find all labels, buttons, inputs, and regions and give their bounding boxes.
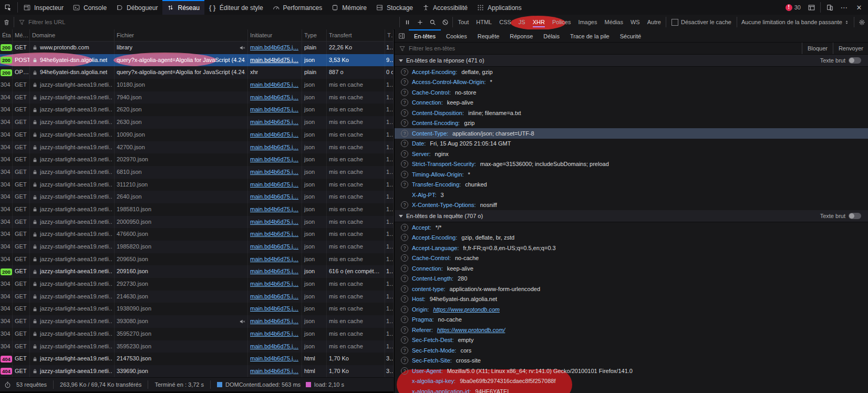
initiator-text[interactable]: main.bd4b6d75.j…: [250, 216, 298, 229]
tab-memoire[interactable]: Mémoire: [327, 0, 371, 15]
header-row-origin[interactable]: ?Origin:https://www.protondb.com: [395, 304, 868, 315]
details-tab-d-lais[interactable]: Délais: [538, 29, 565, 42]
header-row-cache-control[interactable]: ?Cache-Control:no-cache: [395, 253, 868, 264]
help-icon[interactable]: ?: [401, 224, 408, 231]
help-icon[interactable]: ?: [401, 68, 408, 76]
table-row[interactable]: 304GETjazzy-starlight-aeea19.netli…35952…: [0, 340, 394, 353]
table-row[interactable]: 304GETjazzy-starlight-aeea19.netli…10180…: [0, 79, 394, 91]
initiator-text[interactable]: main.bd4b6d75.j…: [250, 91, 298, 104]
initiator-text[interactable]: main.bd4b6d75.j…: [250, 241, 298, 253]
help-icon[interactable]: ?: [401, 316, 408, 323]
initiator-text[interactable]: main.bd4b6d75.j…: [250, 203, 298, 216]
help-icon[interactable]: ?: [401, 234, 408, 241]
table-row[interactable]: 304GETjazzy-starlight-aeea19.netli…21463…: [0, 291, 394, 303]
table-row[interactable]: 304GETjazzy-starlight-aeea19.netli…39308…: [0, 315, 394, 328]
filter-médias[interactable]: Médias: [601, 17, 626, 27]
initiator-text[interactable]: main.bd4b6d75.j…: [250, 79, 298, 91]
table-row[interactable]: 304GETjazzy-starlight-aeea19.netli…19380…: [0, 303, 394, 315]
filter-images[interactable]: Images: [575, 17, 600, 27]
header-row-content-disposition[interactable]: ?Content-Disposition:inline; filename=a.…: [395, 108, 868, 118]
column-header-3[interactable]: Fichier: [115, 29, 248, 41]
table-row[interactable]: 304GETjazzy-starlight-aeea19.netli…2620.…: [0, 104, 394, 116]
help-icon[interactable]: ?: [401, 78, 408, 86]
initiator-text[interactable]: main.bd4b6d75.j…: [250, 291, 298, 303]
details-tab-r-ponse[interactable]: Réponse: [504, 29, 538, 42]
response-headers-section-header[interactable]: En-têtes de la réponse (471 o) Texte bru…: [395, 55, 868, 67]
table-row[interactable]: 304GETjazzy-starlight-aeea19.netli…7940.…: [0, 91, 394, 104]
details-tab-en-t-tes[interactable]: En-têtes: [409, 29, 441, 42]
help-icon[interactable]: ?: [401, 306, 408, 313]
initiator-text[interactable]: main.bd4b6d75.j…: [250, 179, 298, 191]
header-row-connection[interactable]: ?Connection:keep-alive: [395, 263, 868, 274]
filter-css[interactable]: CSS: [496, 17, 514, 27]
column-header-7[interactable]: T…: [385, 29, 394, 41]
help-icon[interactable]: ?: [401, 295, 408, 303]
header-row-access-control-allow-origin[interactable]: ?Access-Control-Allow-Origin:*: [395, 77, 868, 88]
table-row[interactable]: 304GETjazzy-starlight-aeea19.netli…10090…: [0, 129, 394, 141]
initiator-text[interactable]: main.bd4b6d75.j…: [250, 315, 298, 328]
filter-xhr[interactable]: XHR: [530, 17, 548, 27]
header-row-sec-fetch-site[interactable]: ?Sec-Fetch-Site:cross-site: [395, 356, 868, 366]
header-row-sec-fetch-dest[interactable]: ?Sec-Fetch-Dest:empty: [395, 335, 868, 346]
help-icon[interactable]: ?: [401, 336, 408, 344]
initiator-text[interactable]: main.bd4b6d75.j…: [250, 328, 298, 340]
block-requests-button[interactable]: [439, 16, 451, 28]
request-headers-section-header[interactable]: En-têtes de la requête (707 o) Texte bru…: [395, 210, 868, 222]
details-tab-requ-te[interactable]: Requête: [472, 29, 505, 42]
header-row-accept-language[interactable]: ?Accept-Language:fr,fr-FR;q=0.8,en-US;q=…: [395, 243, 868, 253]
header-row-content-encoding[interactable]: ?Content-Encoding:gzip: [395, 118, 868, 129]
help-icon[interactable]: ?: [401, 171, 408, 178]
header-row-x-algolia-api-key[interactable]: ?x-algolia-api-key:9ba0e69fb2974316cdaec…: [395, 376, 868, 387]
header-row-content-length[interactable]: ?Content-Length:280: [395, 274, 868, 284]
help-icon[interactable]: ?: [401, 244, 408, 252]
header-row-accept-encoding[interactable]: ?Accept-Encoding:gzip, deflate, br, zstd: [395, 233, 868, 243]
table-row[interactable]: 200GETjazzy-starlight-aeea19.netli…20916…: [0, 265, 394, 278]
help-icon[interactable]: ?: [401, 265, 408, 272]
table-row[interactable]: 304GETjazzy-starlight-aeea19.netli…31121…: [0, 179, 394, 191]
disable-cache-checkbox[interactable]: Désactiver le cache: [667, 19, 736, 26]
header-row-timing-allow-origin[interactable]: ?Timing-Allow-Origin:*: [395, 169, 868, 180]
error-count-button[interactable]: ! 30: [783, 4, 803, 11]
header-row-strict-transport-security[interactable]: ?Strict-Transport-Security:max-age=31536…: [395, 159, 868, 170]
header-row-server[interactable]: ?Server:nginx: [395, 149, 868, 159]
pause-traffic-button[interactable]: [401, 16, 414, 28]
new-request-button[interactable]: [414, 16, 426, 28]
table-row[interactable]: 404GETjazzy-starlight-aeea19.netli…21475…: [0, 353, 394, 365]
details-tab-cookies[interactable]: Cookies: [441, 29, 472, 42]
header-row-x-content-type-options[interactable]: ?X-Content-Type-Options:nosniff: [395, 200, 868, 211]
initiator-text[interactable]: main.bd4b6d75.j…: [250, 228, 298, 241]
close-devtools-button[interactable]: ✕: [852, 1, 866, 14]
header-row-connection[interactable]: ?Connection:keep-alive: [395, 98, 868, 108]
table-row[interactable]: 304GETjazzy-starlight-aeea19.netli…19858…: [0, 241, 394, 253]
help-icon[interactable]: ?: [401, 99, 408, 106]
header-row-user-agent[interactable]: ?User-Agent:Mozilla/5.0 (X11; Linux x86_…: [395, 366, 868, 376]
help-icon[interactable]: ?: [401, 119, 408, 127]
initiator-text[interactable]: xhr: [250, 66, 258, 79]
initiator-text[interactable]: main.bd4b6d75.j…: [250, 340, 298, 353]
help-icon[interactable]: ?: [401, 140, 408, 147]
help-icon[interactable]: ?: [401, 285, 408, 293]
help-icon[interactable]: ?: [401, 130, 408, 137]
table-row[interactable]: 304GETjazzy-starlight-aeea19.netli…2640.…: [0, 191, 394, 203]
initiator-text[interactable]: main.bd4b6d75.j…: [250, 54, 298, 67]
tab-stockage[interactable]: Stockage: [371, 0, 418, 15]
initiator-text[interactable]: main.bd4b6d75.j…: [250, 365, 298, 377]
tab-reseau[interactable]: Réseau: [162, 0, 204, 15]
column-header-0[interactable]: Éta: [0, 29, 13, 41]
tab-console[interactable]: Console: [68, 0, 111, 15]
help-icon[interactable]: ?: [401, 109, 408, 117]
resend-request-button[interactable]: Renvoyer: [833, 43, 868, 54]
header-row-x-alg-pt[interactable]: ?X-Alg-PT:3: [395, 190, 868, 200]
header-row-cache-control[interactable]: ?Cache-Control:no-store: [395, 87, 868, 98]
help-icon[interactable]: ?: [401, 347, 408, 354]
filter-polices[interactable]: Polices: [549, 17, 574, 27]
column-header-5[interactable]: Type: [302, 29, 327, 41]
table-row[interactable]: 304GETjazzy-starlight-aeea19.netli…19858…: [0, 203, 394, 216]
help-icon[interactable]: ?: [401, 326, 408, 334]
header-row-content-type[interactable]: ?content-type:application/x-www-form-url…: [395, 284, 868, 294]
throttling-select[interactable]: Aucune limitation de la bande passante: [738, 19, 853, 25]
header-row-x-algolia-application-id[interactable]: ?x-algolia-application-id:94HE6YATEI: [395, 386, 868, 393]
network-settings-button[interactable]: [855, 16, 868, 28]
table-row[interactable]: 200GETwww.protondb.comlibrarymain.bd4b6d…: [0, 42, 394, 54]
initiator-text[interactable]: main.bd4b6d75.j…: [250, 253, 298, 266]
